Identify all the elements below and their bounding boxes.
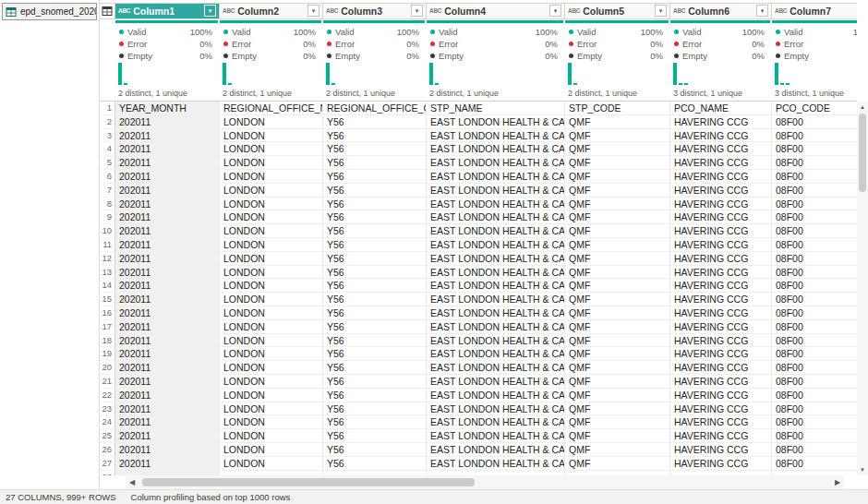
- cell[interactable]: LONDON: [220, 115, 323, 129]
- cell[interactable]: 08F00: [772, 210, 857, 224]
- cell[interactable]: LONDON: [220, 334, 323, 348]
- cell[interactable]: 202011: [115, 320, 220, 334]
- cell[interactable]: 08F00: [772, 320, 857, 334]
- cell[interactable]: Y56: [323, 334, 427, 348]
- filter-dropdown-icon[interactable]: ▾: [411, 5, 423, 17]
- cell[interactable]: EAST LONDON HEALTH & CARE P/SHIP STP: [427, 457, 565, 471]
- column-header[interactable]: ABCColumn7▾: [772, 3, 857, 19]
- cell[interactable]: EAST LONDON HEALTH & CARE P/SHIP STP: [427, 198, 565, 211]
- cell[interactable]: 202011: [115, 361, 220, 375]
- cell[interactable]: EAST LONDON HEALTH & CARE P/SHIP STP: [427, 347, 565, 361]
- row-number[interactable]: 4: [100, 142, 115, 156]
- column-header[interactable]: ABCColumn5▾: [565, 3, 670, 19]
- scroll-right-icon[interactable]: ▶: [831, 478, 844, 486]
- filter-dropdown-icon[interactable]: ▾: [549, 5, 561, 17]
- cell[interactable]: 202011: [115, 334, 220, 348]
- cell[interactable]: EAST LONDON HEALTH & CARE P/SHIP STP: [427, 142, 565, 156]
- cell[interactable]: LONDON: [220, 443, 323, 457]
- cell[interactable]: HAVERING CCG: [670, 306, 772, 320]
- cell[interactable]: EAST LONDON HEALTH & CARE P/SHIP STP: [427, 334, 565, 348]
- cell[interactable]: LONDON: [220, 361, 323, 375]
- cell[interactable]: Y56: [323, 252, 427, 266]
- cell[interactable]: LONDON: [220, 389, 323, 402]
- cell[interactable]: Y56: [323, 184, 427, 198]
- cell[interactable]: 08F00: [772, 402, 857, 416]
- cell[interactable]: HAVERING CCG: [670, 279, 772, 293]
- cell[interactable]: HAVERING CCG: [670, 266, 772, 280]
- cell[interactable]: HAVERING CCG: [670, 129, 772, 143]
- cell[interactable]: Y56: [323, 457, 427, 471]
- cell[interactable]: 08F00: [772, 142, 857, 156]
- cell[interactable]: Y56: [323, 198, 427, 211]
- cell[interactable]: 202011: [115, 115, 220, 129]
- cell[interactable]: HAVERING CCG: [670, 115, 772, 129]
- row-number[interactable]: 10: [100, 224, 115, 238]
- cell[interactable]: QMF: [565, 129, 670, 143]
- cell[interactable]: PCO_CODE: [772, 102, 857, 115]
- row-number[interactable]: 22: [100, 389, 115, 402]
- cell[interactable]: 08F00: [772, 156, 857, 170]
- text-type-icon[interactable]: ABC: [326, 7, 338, 14]
- cell[interactable]: QMF: [565, 402, 670, 416]
- cell[interactable]: 202011: [115, 129, 220, 143]
- cell[interactable]: Y56: [323, 170, 427, 184]
- cell[interactable]: EAST LONDON HEALTH & CARE P/SHIP STP: [427, 279, 565, 293]
- cell[interactable]: QMF: [565, 415, 670, 429]
- row-number[interactable]: 15: [100, 293, 115, 306]
- cell[interactable]: QMF: [565, 334, 670, 348]
- cell[interactable]: EAST LONDON HEALTH & CARE P/SHIP STP: [427, 293, 565, 306]
- cell[interactable]: HAVERING CCG: [670, 142, 772, 156]
- row-number[interactable]: 7: [100, 184, 115, 198]
- cell[interactable]: LONDON: [220, 306, 323, 320]
- column-header[interactable]: ABCColumn4▾: [427, 3, 565, 19]
- cell[interactable]: EAST LONDON HEALTH & CARE P/SHIP STP: [427, 129, 565, 143]
- cell[interactable]: 202011: [115, 184, 220, 198]
- row-number[interactable]: 28: [100, 471, 115, 475]
- filter-dropdown-icon[interactable]: ▾: [655, 5, 667, 17]
- cell[interactable]: QMF: [565, 293, 670, 306]
- cell[interactable]: QMF: [565, 443, 670, 457]
- column-header[interactable]: ABCColumn3▾: [323, 3, 427, 19]
- cell[interactable]: QMF: [565, 184, 670, 198]
- cell[interactable]: 08F00: [772, 293, 857, 306]
- cell[interactable]: EAST LONDON HEALTH & CARE P/SHIP STP: [427, 361, 565, 375]
- row-number[interactable]: 21: [100, 375, 115, 389]
- cell[interactable]: Y56: [323, 293, 427, 306]
- column-header[interactable]: ABCColumn2▾: [220, 3, 323, 19]
- cell[interactable]: QMF: [565, 320, 670, 334]
- cell[interactable]: QMF: [565, 457, 670, 471]
- cell[interactable]: STP_NAME: [427, 102, 565, 115]
- cell[interactable]: EAST LONDON HEALTH & CARE P/SHIP STP: [427, 306, 565, 320]
- cell[interactable]: 202011: [115, 198, 220, 211]
- cell[interactable]: 08F00: [772, 306, 857, 320]
- cell[interactable]: QMF: [565, 170, 670, 184]
- cell[interactable]: EAST LONDON HEALTH & CARE P/SHIP STP: [427, 415, 565, 429]
- query-item[interactable]: epd_snomed_2020...: [2, 3, 97, 20]
- cell[interactable]: LONDON: [220, 198, 323, 211]
- text-type-icon[interactable]: ABC: [775, 7, 787, 14]
- cell[interactable]: 08F00: [772, 415, 857, 429]
- table-menu-button[interactable]: [100, 3, 115, 19]
- cell[interactable]: QMF: [565, 210, 670, 224]
- cell[interactable]: LONDON: [220, 224, 323, 238]
- cell[interactable]: LONDON: [220, 293, 323, 306]
- cell[interactable]: HAVERING CCG: [670, 293, 772, 306]
- cell[interactable]: 08F00: [772, 443, 857, 457]
- cell[interactable]: LONDON: [220, 210, 323, 224]
- cell[interactable]: QMF: [565, 224, 670, 238]
- row-number[interactable]: 26: [100, 443, 115, 457]
- filter-dropdown-icon[interactable]: ▾: [204, 5, 216, 17]
- cell[interactable]: 08F00: [772, 334, 857, 348]
- cell[interactable]: EAST LONDON HEALTH & CARE P/SHIP STP: [427, 224, 565, 238]
- text-type-icon[interactable]: ABC: [118, 7, 130, 14]
- cell[interactable]: QMF: [565, 361, 670, 375]
- cell[interactable]: LONDON: [220, 429, 323, 443]
- cell[interactable]: HAVERING CCG: [670, 224, 772, 238]
- cell[interactable]: STP_CODE: [565, 102, 670, 115]
- cell[interactable]: LONDON: [220, 457, 323, 471]
- cell[interactable]: QMF: [565, 115, 670, 129]
- cell[interactable]: HAVERING CCG: [670, 252, 772, 266]
- cell[interactable]: HAVERING CCG: [670, 198, 772, 211]
- cell[interactable]: HAVERING CCG: [670, 347, 772, 361]
- cell[interactable]: EAST LONDON HEALTH & CARE P/SHIP STP: [427, 170, 565, 184]
